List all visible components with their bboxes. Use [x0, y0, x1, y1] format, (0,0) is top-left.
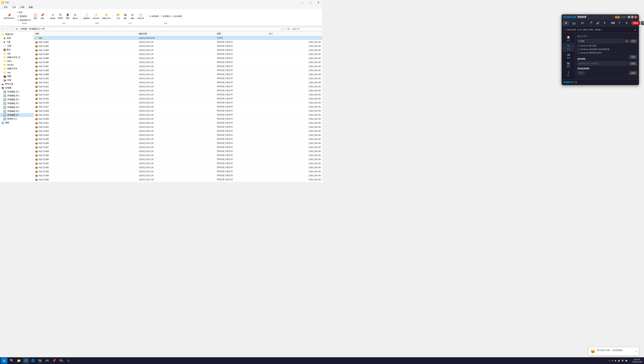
- refresh-button[interactable]: ↻: [15, 27, 19, 31]
- sidebar-item-22[interactable]: 💽 新加卷 (J:): [0, 117, 34, 121]
- sidebar-item-23[interactable]: 🌐 网络: [0, 121, 34, 125]
- tab-view[interactable]: 查看: [26, 5, 35, 10]
- sidebar-item-0[interactable]: ⭐ 快速访问: [0, 32, 34, 36]
- invert-button[interactable]: ⊡ 反向选择: [172, 11, 183, 22]
- cut-button[interactable]: ✂ 剪切: [16, 11, 32, 14]
- file-row-14[interactable]: 📦 hs2.7z.014 2024/11/28 5:29 360压缩 分卷文件 …: [34, 93, 322, 97]
- rename-button[interactable]: ✏ 重命名: [72, 11, 79, 22]
- file-row-31[interactable]: 📦 hs2.7z.031 2024/11/28 5:29 360压缩 分卷文件 …: [34, 161, 322, 165]
- file-row-12[interactable]: 📦 hs2.7z.012 2024/11/28 5:29 360压缩 分卷文件 …: [34, 85, 322, 89]
- file-row-25[interactable]: 📦 hs2.7z.025 2024/11/28 5:29 360压缩 分卷文件 …: [34, 137, 322, 141]
- sidebar-item-13[interactable]: ☁ WPS云盘: [0, 82, 34, 86]
- forward-button[interactable]: →: [6, 27, 10, 31]
- col-name-header[interactable]: 名称: [35, 32, 139, 35]
- file-row-26[interactable]: 📦 hs2.7z.026 2024/11/28 5:29 360压缩 分卷文件 …: [34, 141, 322, 145]
- file-row-1[interactable]: 📦 hs2.7z.001 2024/11/28 5:29 360压缩 分卷文件 …: [34, 40, 322, 44]
- file-row-22[interactable]: 📦 hs2.7z.022 2024/11/28 5:29 360压缩 分卷文件 …: [34, 125, 322, 129]
- sidebar-item-15[interactable]: 💽 本地磁盘 (C:): [0, 90, 34, 94]
- file-row-18[interactable]: 📦 hs2.7z.018 2024/11/28 5:29 360压缩 分卷文件 …: [34, 109, 322, 113]
- new-item-button[interactable]: 📄 新建项目: [82, 11, 91, 22]
- tab-share[interactable]: 共享: [18, 5, 26, 10]
- delete-button[interactable]: 🗑 删除: [64, 11, 71, 22]
- easy-access-button[interactable]: ⚡ 轻松访问: [92, 11, 101, 22]
- file-row-13[interactable]: 📦 hs2.7z.013 2024/11/28 5:29 360压缩 分卷文件 …: [34, 89, 322, 93]
- sidebar-item-7[interactable]: 📁 MAX: [0, 59, 34, 63]
- sidebar-item-12[interactable]: 📦 压缩: [0, 78, 34, 82]
- tab-home[interactable]: 主页: [10, 5, 18, 10]
- address-go-button[interactable]: →: [282, 27, 286, 31]
- col-date-header[interactable]: 修改日期: [139, 32, 217, 35]
- sidebar-item-1[interactable]: 🖥 桌面: [0, 36, 34, 40]
- file-row-32[interactable]: 📦 hs2.7z.032 2024/11/28 5:29 360压缩 分卷文件 …: [34, 165, 322, 169]
- file-row-20[interactable]: 📦 hs2.7z.020 2024/11/28 5:29 360压缩 分卷文件 …: [34, 117, 322, 121]
- pin-button[interactable]: 📌 固定到快速访问: [3, 11, 16, 22]
- sidebar-item-14[interactable]: 💻 此电脑: [0, 86, 34, 90]
- file-row-8[interactable]: 📦 hs2.7z.008 2024/11/28 5:29 360压缩 分卷文件 …: [34, 68, 322, 72]
- file-row-35[interactable]: 📦 hs2.7z.035 2024/11/28 5:29 360压缩 分卷文件 …: [34, 177, 322, 182]
- file-row-4[interactable]: 📦 hs2.7z.004 2024/11/28 5:29 360压缩 分卷文件 …: [34, 52, 322, 56]
- maximize-button[interactable]: □: [306, 0, 314, 5]
- sidebar-item-10[interactable]: 📁 cap: [0, 71, 34, 74]
- copy-to-button[interactable]: ⎘ 复制到: [57, 11, 64, 22]
- move-to-button[interactable]: ↗ 移动到: [49, 11, 56, 22]
- new-folder-button[interactable]: 📁 新建文件夹: [101, 11, 112, 22]
- file-row-11[interactable]: 📦 hs2.7z.011 2024/11/28 5:29 360压缩 分卷文件 …: [34, 81, 322, 85]
- file-row-7[interactable]: 📦 hs2.7z.007 2024/11/28 5:29 360压缩 分卷文件 …: [34, 64, 322, 68]
- file-row-17[interactable]: 📦 hs2.7z.017 2024/11/28 5:29 360压缩 分卷文件 …: [34, 105, 322, 109]
- file-row-24[interactable]: 📦 hs2.7z.024 2024/11/28 5:29 360压缩 分卷文件 …: [34, 133, 322, 137]
- file-row-19[interactable]: 📦 hs2.7z.019 2024/11/28 5:29 360压缩 分卷文件 …: [34, 113, 322, 117]
- file-row-10[interactable]: 📦 hs2.7z.010 2024/11/28 5:29 360压缩 分卷文件 …: [34, 77, 322, 81]
- sidebar-item-9[interactable]: 📁 新建文件夹: [0, 67, 34, 71]
- sidebar-item-20[interactable]: 💽 本地磁盘 (H:): [0, 109, 34, 113]
- file-row-28[interactable]: 📦 hs2.7z.028 2024/11/28 5:29 360压缩 分卷文件 …: [34, 149, 322, 153]
- file-row-23[interactable]: 📦 hs2.7z.023 2024/11/28 5:29 360压缩 分卷文件 …: [34, 129, 322, 133]
- search-input[interactable]: [291, 27, 322, 31]
- sidebar-item-19[interactable]: 💽 本地磁盘 (G:): [0, 105, 34, 109]
- file-row-0[interactable]: 📁 hs2 2024/11/26 20:45 文件夹: [34, 36, 322, 40]
- file-row-34[interactable]: 📦 hs2.7z.034 2024/11/28 5:29 360压缩 分卷文件 …: [34, 173, 322, 177]
- paste-button[interactable]: 📌 粘贴: [39, 11, 46, 22]
- open-button[interactable]: 📂 打开: [115, 11, 122, 22]
- sidebar-item-4[interactable]: 🖼 图片: [0, 48, 34, 52]
- file-row-33[interactable]: 📦 hs2.7z.033 2024/11/28 5:29 360压缩 分卷文件 …: [34, 169, 322, 173]
- file-row-21[interactable]: 📦 hs2.7z.021 2024/11/28 5:29 360压缩 分卷文件 …: [34, 121, 322, 125]
- address-input[interactable]: [20, 27, 281, 31]
- file-row-16[interactable]: 📦 hs2.7z.016 2024/11/28 5:29 360压缩 分卷文件 …: [34, 101, 322, 105]
- sidebar-item-17[interactable]: 💽 本地磁盘 (E:): [0, 98, 34, 101]
- tab-file[interactable]: 文件: [1, 5, 10, 10]
- file-row-27[interactable]: 📦 hs2.7z.027 2024/11/28 5:29 360压缩 分卷文件 …: [34, 145, 322, 149]
- file-row-3[interactable]: 📦 hs2.7z.003 2024/11/28 5:29 360压缩 分卷文件 …: [34, 48, 322, 52]
- sidebar-item-5[interactable]: 📁 cap: [0, 52, 34, 55]
- paste-shortcut-button[interactable]: 📎 粘贴快捷方式: [16, 18, 32, 22]
- select-all-button[interactable]: ☑ 全部选择: [148, 11, 160, 22]
- sidebar-item-21[interactable]: 💽 本地磁盘 (I:): [0, 113, 34, 117]
- sidebar-item-16[interactable]: 💽 本地磁盘 (D:): [0, 94, 34, 98]
- file-row-30[interactable]: 📦 hs2.7z.030 2024/11/28 5:29 360压缩 分卷文件 …: [34, 157, 322, 161]
- sidebar-item-2[interactable]: ⬇ 下载: [0, 40, 34, 44]
- cancel-all-button[interactable]: ☐ 全部取消: [160, 11, 171, 22]
- history-button[interactable]: 🕐 历史记录: [136, 11, 145, 22]
- col-type-header[interactable]: 类型: [217, 32, 269, 35]
- file-row-9[interactable]: 📦 hs2.7z.009 2024/11/28 5:29 360压缩 分卷文件 …: [34, 72, 322, 77]
- sidebar-item-18[interactable]: 💽 本地磁盘 (F:): [0, 101, 34, 105]
- file-row-15[interactable]: 📦 hs2.7z.015 2024/11/28 5:29 360压缩 分卷文件 …: [34, 97, 322, 101]
- sidebar-item-3[interactable]: 📄 文档: [0, 44, 34, 48]
- file-row-29[interactable]: 📦 hs2.7z.029 2024/11/28 5:29 360压缩 分卷文件 …: [34, 153, 322, 157]
- close-button[interactable]: ✕: [314, 0, 322, 5]
- col-size-header[interactable]: 大小: [269, 32, 321, 35]
- refresh2-button[interactable]: ↻: [286, 27, 290, 31]
- file-row-36[interactable]: 📦 hs2.7z.036 2024/11/28 5:29 360压缩 分卷文件 …: [34, 182, 322, 182]
- sidebar-item-8[interactable]: 📁 Person: [0, 63, 34, 67]
- edit-button[interactable]: ✏ 编辑: [129, 11, 136, 22]
- sidebar-item-6[interactable]: 📁 新建文件夹 (7): [0, 55, 34, 59]
- properties-button[interactable]: ⚙ 属性: [122, 11, 129, 22]
- sidebar-item-11[interactable]: 🎬 视频: [0, 74, 34, 78]
- copy-path-button[interactable]: 📋 复制路径: [16, 15, 32, 18]
- up-button[interactable]: ↑: [10, 27, 14, 31]
- file-row-6[interactable]: 📦 hs2.7z.006 2024/11/28 5:29 360压缩 分卷文件 …: [34, 60, 322, 64]
- file-row-2[interactable]: 📦 hs2.7z.002 2024/11/28 5:29 360压缩 分卷文件 …: [34, 44, 322, 48]
- file-row-5[interactable]: 📦 hs2.7z.005 2024/11/28 5:29 360压缩 分卷文件 …: [34, 56, 322, 60]
- copy-button[interactable]: 📋 复制: [32, 11, 39, 22]
- back-button[interactable]: ←: [1, 27, 5, 31]
- minimize-button[interactable]: ─: [299, 0, 306, 5]
